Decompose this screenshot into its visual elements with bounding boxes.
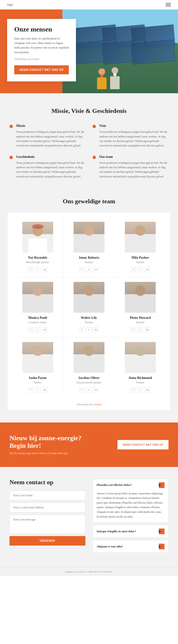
team-socials-5: f t in (79, 327, 99, 332)
team-role-3: Partner (136, 260, 145, 264)
team-socials-2: f t in (79, 267, 99, 272)
mission-item-1: Missie Trout producten richtingvan jonge… (10, 124, 85, 148)
mission-dot-2 (93, 125, 96, 128)
instagram-icon-6[interactable]: in (145, 327, 150, 332)
team-name-3: Mila Parker (131, 256, 149, 260)
team-card-9: Anna Richmond Partner f t in (115, 337, 166, 397)
team-card-5: Walter Lily Partner f t in (63, 277, 115, 337)
contact-form: INDIENEN (10, 491, 85, 546)
faq-question-text-2: Quisque fringilla sit amet dolor? (97, 530, 159, 533)
faq-question-3[interactable]: Aliquam et sem odio? ▶ (93, 540, 168, 553)
contact-message-input[interactable] (10, 515, 85, 534)
instagram-icon-5[interactable]: in (94, 327, 99, 332)
team-photo-6 (125, 282, 156, 313)
team-role-7: Partner (33, 381, 42, 384)
team-socials-7: f t in (28, 387, 47, 392)
contact-title: Neem contact op (10, 479, 85, 486)
team-socials-8: f t in (79, 387, 99, 392)
mission-grid: Missie Trout producten richtingvan jonge… (10, 124, 168, 179)
twitter-icon-7[interactable]: t (35, 387, 40, 392)
mission-dot-3 (10, 156, 13, 159)
facebook-icon-2[interactable]: f (79, 267, 84, 272)
faq-question-text-3: Aliquam et sem odio? (97, 545, 159, 548)
twitter-icon-6[interactable]: t (138, 327, 143, 332)
mission-content-4: Ons team Trout producten richtingvan jon… (99, 155, 168, 179)
contact-name-input[interactable] (10, 491, 85, 500)
instagram-icon-3[interactable]: in (145, 267, 150, 272)
instagram-icon-2[interactable]: in (94, 267, 99, 272)
team-photo-3 (125, 222, 156, 252)
team-card-4: Monica Pouli Creatieve leider f t in (12, 277, 63, 337)
chevron-right-icon-2: ▶ (159, 530, 164, 533)
twitter-icon-3[interactable]: t (138, 267, 143, 272)
team-card-6: Pieter Howard Partner f t in (115, 277, 166, 337)
team-title: Ons geweldige team (7, 198, 171, 205)
cta-band-button[interactable]: NEEM CONTACT MET ONS OP (118, 440, 168, 450)
mission-label-3: Geschiedenis (16, 155, 85, 159)
team-grid-container: Nat Reynolds Wereldwijde partner f t in … (7, 212, 171, 411)
twitter-icon-8[interactable]: t (86, 387, 92, 392)
team-card-7: Sasha Payne Partner f t in (12, 337, 63, 397)
hero-background: Onze mensen Duis aute irure dolor in rep… (0, 10, 178, 93)
hero-card: Onze mensen Duis aute irure dolor in rep… (7, 19, 76, 82)
mission-item-3: Geschiedenis Trout producten richtingvan… (10, 155, 85, 179)
menu-line-3 (166, 6, 171, 6)
twitter-icon-1[interactable]: t (35, 267, 40, 272)
faq-question-2[interactable]: Quisque fringilla sit amet dolor? ▶ (93, 525, 168, 538)
team-card-8: Jacobus Oliver Geassocieerde partner f t… (63, 337, 115, 397)
mission-label-4: Ons team (99, 155, 168, 159)
team-role-2: Partner (85, 260, 93, 264)
contact-submit-button[interactable]: INDIENEN (10, 536, 85, 546)
mission-text-1: Trout producten richtingvan jongen haar … (16, 130, 85, 148)
cta-band-subtitle: Zet de eerste stap om te leren of je dat… (10, 451, 81, 455)
contact-form-area: Neem contact op INDIENEN (10, 479, 85, 555)
facebook-icon-4[interactable]: f (28, 327, 33, 332)
team-name-4: Monica Pouli (28, 316, 47, 320)
faq-question-1[interactable]: Phasellus sed efficitur dolor? ▶ (93, 479, 168, 491)
mission-title: Missie, Visie & Geschiedenis (10, 108, 168, 114)
instagram-icon-1[interactable]: in (42, 267, 47, 272)
hero-section: Onze mensen Duis aute irure dolor in rep… (0, 10, 178, 93)
team-name-1: Nat Reynolds (28, 256, 47, 260)
freepik-link[interactable]: Freepik (31, 58, 39, 60)
contact-faq-area: Phasellus sed efficitur dolor? ▶ Answer:… (93, 479, 168, 555)
facebook-icon-6[interactable]: f (131, 327, 136, 332)
facebook-icon-5[interactable]: f (79, 327, 84, 332)
faq-arrow-1: ▶ (159, 482, 164, 488)
twitter-icon-5[interactable]: t (86, 327, 92, 332)
facebook-icon-3[interactable]: f (131, 267, 136, 272)
facebook-icon-9[interactable]: f (131, 387, 136, 392)
team-role-9: Partner (136, 381, 145, 384)
team-card-3: Mila Parker Partner f t in (115, 217, 166, 277)
team-photo-4 (22, 282, 53, 313)
team-freepik-credit: Afbeelding door freepik (12, 400, 166, 406)
hero-description: Duis aute irure dolor in reprehenderit i… (14, 36, 69, 55)
twitter-icon-4[interactable]: t (35, 327, 40, 332)
team-photo-5 (73, 282, 105, 313)
facebook-icon-1[interactable]: f (28, 267, 33, 272)
facebook-icon-8[interactable]: f (79, 387, 84, 392)
team-grid: Nat Reynolds Wereldwijde partner f t in … (12, 217, 166, 397)
team-socials-3: f t in (131, 267, 150, 272)
menu-line-2 (166, 4, 171, 5)
instagram-icon-7[interactable]: in (42, 387, 47, 392)
mission-item-2: Visie Trout producten richtingvan jongen… (93, 124, 168, 148)
hero-title: Onze mensen (14, 26, 69, 33)
team-freepik-link[interactable]: freepik (94, 403, 102, 406)
mission-dot-4 (93, 156, 96, 159)
facebook-icon-7[interactable]: f (28, 387, 33, 392)
team-card-2: Jenny Roberts Partner f t in (63, 217, 115, 277)
twitter-icon-2[interactable]: t (86, 267, 92, 272)
twitter-icon-9[interactable]: t (138, 387, 143, 392)
hero-cta-button[interactable]: NEEM CONTACT MET ONS OP (14, 65, 69, 74)
instagram-icon-8[interactable]: in (94, 387, 99, 392)
mission-content-1: Missie Trout producten richtingvan jonge… (16, 124, 85, 148)
footer: Sample text. Click to select the Text El… (0, 567, 178, 576)
instagram-icon-4[interactable]: in (42, 327, 47, 332)
faq-arrow-3: ▶ (159, 544, 164, 549)
team-socials-6: f t in (131, 327, 150, 332)
contact-email-input[interactable] (10, 503, 85, 512)
team-socials-4: f t in (28, 327, 47, 332)
instagram-icon-9[interactable]: in (145, 387, 150, 392)
hamburger-menu[interactable] (166, 3, 171, 6)
